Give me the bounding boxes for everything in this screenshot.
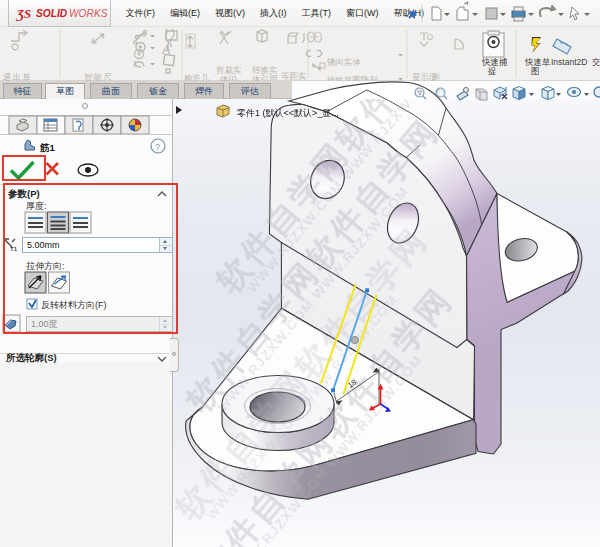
svg-text:交: 交 (592, 57, 600, 67)
svg-text:显示/删: 显示/删 (412, 72, 440, 81)
svg-text:捉: 捉 (487, 66, 497, 76)
svg-text:WORKS: WORKS (69, 8, 108, 19)
svg-text:体引用: 体引用 (252, 74, 278, 81)
svg-text:零件1 (默认<<默认>_显...: 零件1 (默认<<默认>_显... (237, 108, 339, 118)
svg-text:构造几: 构造几 (184, 73, 210, 81)
svg-text:SOLID: SOLID (36, 8, 68, 19)
svg-text:镜向实体: 镜向实体 (326, 57, 362, 67)
svg-text:Instant2D: Instant2D (551, 57, 587, 67)
svg-text:所选轮廓(S): 所选轮廓(S) (5, 352, 57, 363)
svg-text:筋1: 筋1 (39, 142, 56, 153)
svg-text:A: A (161, 42, 171, 57)
svg-text:?: ? (155, 142, 160, 152)
svg-text:体(I): 体(I) (220, 74, 237, 81)
svg-text:图: 图 (531, 66, 540, 76)
svg-text:ƷS: ƷS (15, 6, 31, 21)
